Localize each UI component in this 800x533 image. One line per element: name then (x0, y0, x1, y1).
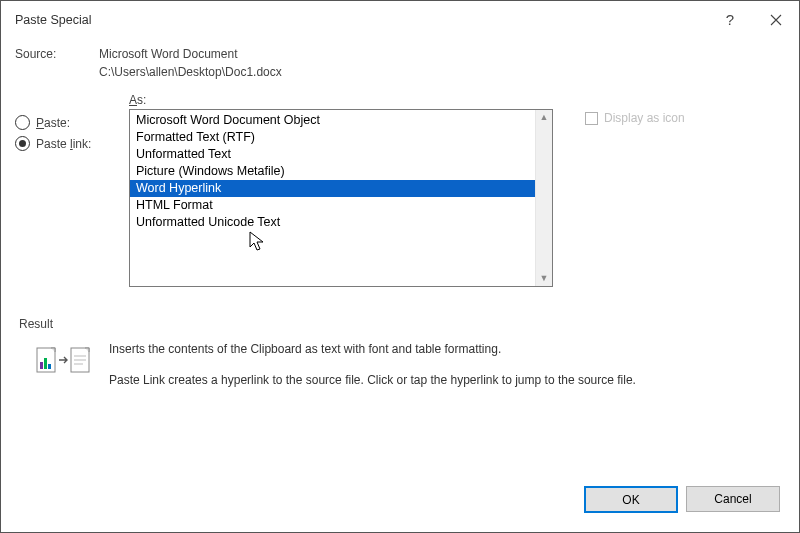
display-as-icon-label: Display as icon (604, 111, 685, 125)
svg-text:?: ? (726, 12, 734, 28)
paste-radio-label: Paste: (36, 116, 70, 130)
scroll-down-icon[interactable]: ▼ (540, 274, 549, 283)
paste-link-radio[interactable]: Paste link: (15, 136, 121, 151)
list-item[interactable]: Word Hyperlink (130, 180, 535, 197)
radio-icon (15, 115, 30, 130)
paste-link-radio-label: Paste link: (36, 137, 91, 151)
radio-icon (15, 136, 30, 151)
as-label: As: (129, 93, 553, 107)
source-path-text: C:\Users\allen\Desktop\Doc1.docx (99, 65, 282, 79)
source-label: Source: (15, 47, 93, 61)
list-item[interactable]: Picture (Windows Metafile) (130, 163, 535, 180)
result-heading: Result (19, 317, 781, 331)
result-icon (35, 341, 97, 381)
list-item[interactable]: Formatted Text (RTF) (130, 129, 535, 146)
format-listbox[interactable]: Microsoft Word Document ObjectFormatted … (129, 109, 553, 287)
svg-rect-2 (40, 362, 43, 369)
scrollbar[interactable]: ▲ ▼ (535, 110, 552, 286)
list-item[interactable]: HTML Format (130, 197, 535, 214)
source-app-text: Microsoft Word Document (99, 47, 238, 61)
ok-button[interactable]: OK (584, 486, 678, 513)
list-item[interactable]: Microsoft Word Document Object (130, 112, 535, 129)
list-item[interactable]: Unformatted Text (130, 146, 535, 163)
dialog-title: Paste Special (15, 13, 91, 27)
scroll-up-icon[interactable]: ▲ (540, 113, 549, 122)
list-item[interactable]: Unformatted Unicode Text (130, 214, 535, 231)
checkbox-icon (585, 112, 598, 125)
svg-rect-4 (48, 364, 51, 369)
cancel-button[interactable]: Cancel (686, 486, 780, 512)
close-button[interactable] (753, 1, 799, 39)
help-button[interactable]: ? (707, 1, 753, 39)
result-line-1: Inserts the contents of the Clipboard as… (109, 341, 636, 358)
result-line-2: Paste Link creates a hyperlink to the so… (109, 372, 636, 389)
display-as-icon-checkbox: Display as icon (585, 111, 785, 125)
paste-radio[interactable]: Paste: (15, 115, 121, 130)
title-bar: Paste Special ? (1, 1, 799, 39)
svg-rect-3 (44, 358, 47, 369)
